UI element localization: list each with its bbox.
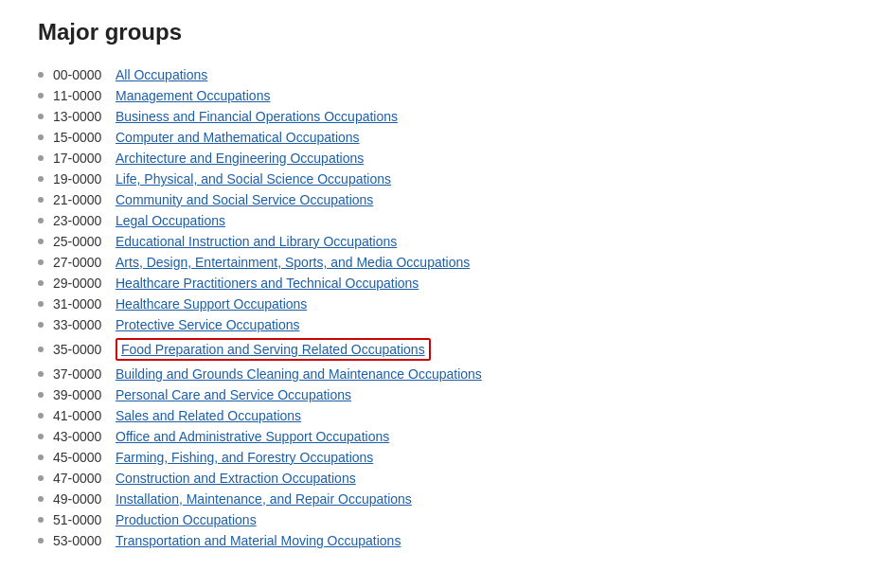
occupation-code: 51-0000 (53, 512, 110, 527)
occupation-code: 19-0000 (53, 171, 110, 187)
bullet-icon (38, 392, 44, 398)
page-title: Major groups (38, 19, 853, 45)
list-item: 47-0000Construction and Extraction Occup… (38, 468, 853, 489)
occupation-link[interactable]: Legal Occupations (116, 213, 225, 228)
occupation-link[interactable]: Office and Administrative Support Occupa… (116, 429, 389, 444)
list-item: 25-0000Educational Instruction and Libra… (38, 231, 853, 252)
bullet-icon (38, 280, 44, 286)
bullet-icon (38, 434, 44, 439)
occupation-link[interactable]: Production Occupations (116, 512, 257, 527)
occupation-link[interactable]: Business and Financial Operations Occupa… (116, 109, 398, 124)
occupation-code: 21-0000 (53, 192, 110, 207)
occupation-link[interactable]: All Occupations (116, 67, 207, 82)
bullet-icon (38, 413, 44, 419)
list-item: 00-0000All Occupations (38, 64, 853, 85)
bullet-icon (38, 538, 44, 543)
occupation-code: 25-0000 (53, 234, 110, 249)
occupation-code: 37-0000 (53, 366, 110, 382)
bullet-icon (38, 496, 44, 502)
bullet-icon (38, 93, 44, 98)
bullet-icon (38, 322, 44, 328)
occupation-link[interactable]: Building and Grounds Cleaning and Mainte… (116, 366, 482, 382)
highlighted-row: Food Preparation and Serving Related Occ… (116, 338, 431, 361)
bullet-icon (38, 218, 44, 223)
occupation-code: 11-0000 (53, 88, 110, 103)
occupation-code: 49-0000 (53, 491, 110, 507)
occupation-link[interactable]: Construction and Extraction Occupations (116, 471, 356, 486)
occupation-link[interactable]: Arts, Design, Entertainment, Sports, and… (116, 255, 470, 270)
list-item: 37-0000Building and Grounds Cleaning and… (38, 364, 853, 384)
occupation-code: 17-0000 (53, 151, 110, 166)
occupation-link[interactable]: Protective Service Occupations (116, 317, 300, 332)
occupation-code: 29-0000 (53, 276, 110, 291)
list-item: 33-0000Protective Service Occupations (38, 314, 853, 335)
occupation-code: 41-0000 (53, 408, 110, 423)
occupation-code: 35-0000 (53, 342, 110, 357)
occupation-code: 15-0000 (53, 130, 110, 145)
list-item: 31-0000Healthcare Support Occupations (38, 294, 853, 314)
bullet-icon (38, 347, 44, 352)
bullet-icon (38, 155, 44, 161)
bullet-icon (38, 259, 44, 265)
occupation-link[interactable]: Community and Social Service Occupations (116, 192, 373, 207)
occupation-code: 27-0000 (53, 255, 110, 270)
occupation-code: 45-0000 (53, 450, 110, 465)
list-item: 53-0000Transportation and Material Movin… (38, 530, 853, 551)
list-item: 23-0000Legal Occupations (38, 210, 853, 231)
occupation-link[interactable]: Sales and Related Occupations (116, 408, 301, 423)
occupation-link[interactable]: Educational Instruction and Library Occu… (116, 234, 397, 249)
list-item: 51-0000Production Occupations (38, 509, 853, 530)
bullet-icon (38, 301, 44, 307)
list-item: 35-0000Food Preparation and Serving Rela… (38, 335, 853, 364)
occupation-link[interactable]: Farming, Fishing, and Forestry Occupatio… (116, 450, 373, 465)
list-item: 15-0000Computer and Mathematical Occupat… (38, 127, 853, 148)
occupation-link[interactable]: Computer and Mathematical Occupations (116, 130, 360, 145)
occupation-link[interactable]: Healthcare Support Occupations (116, 296, 307, 312)
occupation-code: 23-0000 (53, 213, 110, 228)
occupation-link[interactable]: Management Occupations (116, 88, 270, 103)
occupation-link[interactable]: Installation, Maintenance, and Repair Oc… (116, 491, 412, 507)
list-item: 19-0000Life, Physical, and Social Scienc… (38, 169, 853, 189)
bullet-icon (38, 475, 44, 481)
occupation-code: 43-0000 (53, 429, 110, 444)
list-item: 43-0000Office and Administrative Support… (38, 426, 853, 447)
list-item: 17-0000Architecture and Engineering Occu… (38, 148, 853, 169)
occupation-link[interactable]: Personal Care and Service Occupations (116, 387, 351, 402)
occupation-link[interactable]: Healthcare Practitioners and Technical O… (116, 276, 419, 291)
occupation-code: 31-0000 (53, 296, 110, 312)
list-item: 41-0000Sales and Related Occupations (38, 405, 853, 426)
list-item: 27-0000Arts, Design, Entertainment, Spor… (38, 252, 853, 273)
bullet-icon (38, 197, 44, 203)
list-item: 45-0000Farming, Fishing, and Forestry Oc… (38, 447, 853, 468)
occupation-link[interactable]: Transportation and Material Moving Occup… (116, 533, 401, 548)
list-item: 39-0000Personal Care and Service Occupat… (38, 384, 853, 405)
occupation-code: 47-0000 (53, 471, 110, 486)
bullet-icon (38, 517, 44, 523)
bullet-icon (38, 371, 44, 377)
occupation-list: 00-0000All Occupations11-0000Management … (38, 64, 853, 551)
list-item: 29-0000Healthcare Practitioners and Tech… (38, 273, 853, 294)
list-item: 21-0000Community and Social Service Occu… (38, 189, 853, 210)
list-item: 13-0000Business and Financial Operations… (38, 106, 853, 127)
bullet-icon (38, 134, 44, 140)
list-item: 11-0000Management Occupations (38, 85, 853, 106)
bullet-icon (38, 72, 44, 78)
occupation-link[interactable]: Architecture and Engineering Occupations (116, 151, 364, 166)
list-item: 49-0000Installation, Maintenance, and Re… (38, 489, 853, 509)
occupation-code: 39-0000 (53, 387, 110, 402)
bullet-icon (38, 114, 44, 119)
occupation-code: 00-0000 (53, 67, 110, 82)
bullet-icon (38, 176, 44, 182)
bullet-icon (38, 454, 44, 460)
bullet-icon (38, 239, 44, 244)
occupation-link[interactable]: Food Preparation and Serving Related Occ… (121, 342, 425, 357)
occupation-code: 53-0000 (53, 533, 110, 548)
occupation-link[interactable]: Life, Physical, and Social Science Occup… (116, 171, 391, 187)
occupation-code: 13-0000 (53, 109, 110, 124)
occupation-code: 33-0000 (53, 317, 110, 332)
